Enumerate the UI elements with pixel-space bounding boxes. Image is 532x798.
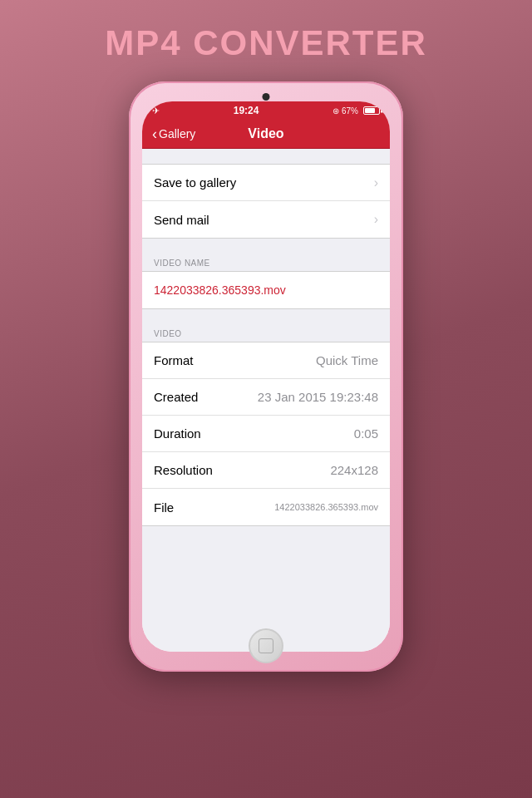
video-section-header: VIDEO — [142, 324, 390, 342]
status-time: 19:24 — [160, 105, 332, 116]
actions-section: Save to gallery › Send mail › — [142, 164, 390, 239]
nav-bar: ‹ Gallery Video — [142, 120, 390, 149]
created-label: Created — [154, 390, 198, 404]
duration-row: Duration 0:05 — [142, 416, 390, 452]
created-value: 23 Jan 2015 19:23:48 — [258, 390, 378, 404]
file-value: 1422033826.365393.mov — [274, 502, 378, 512]
status-bar: ✈ 19:24 ⊛ 67% — [142, 101, 390, 120]
format-row: Format Quick Time — [142, 342, 390, 379]
save-to-gallery-item[interactable]: Save to gallery › — [142, 165, 390, 201]
app-title-bar: MP4 CONVERTER — [105, 23, 427, 63]
back-chevron-icon: ‹ — [152, 126, 157, 141]
signal-status: ⊛ 67% — [332, 106, 358, 116]
save-to-gallery-label: Save to gallery — [154, 175, 236, 190]
duration-label: Duration — [154, 426, 201, 441]
phone-screen: ✈ 19:24 ⊛ 67% ‹ Gallery Video Save to g — [142, 101, 390, 652]
video-info-section: Format Quick Time Created 23 Jan 2015 19… — [142, 342, 390, 526]
file-label: File — [154, 500, 174, 515]
airplane-icon: ✈ — [152, 106, 160, 116]
battery-icon — [363, 106, 380, 115]
duration-value: 0:05 — [354, 426, 378, 441]
format-value: Quick Time — [316, 353, 378, 367]
mail-chevron-icon: › — [374, 212, 378, 227]
video-name-section-header: VIDEO NAME — [142, 254, 390, 271]
file-row: File 1422033826.365393.mov — [142, 489, 390, 525]
video-name-item: 1422033826.365393.mov — [142, 272, 390, 308]
resolution-row: Resolution 224x128 — [142, 452, 390, 489]
content-area: Save to gallery › Send mail › VIDEO NAME — [142, 149, 390, 652]
nav-title: Video — [210, 126, 322, 141]
video-name-value: 1422033826.365393.mov — [154, 283, 286, 297]
format-label: Format — [154, 353, 194, 367]
resolution-value: 224x128 — [330, 463, 378, 477]
send-mail-label: Send mail — [154, 213, 209, 227]
home-button[interactable] — [249, 628, 283, 663]
send-mail-item[interactable]: Send mail › — [142, 201, 390, 238]
back-button[interactable]: ‹ Gallery — [152, 126, 210, 141]
back-label: Gallery — [159, 127, 195, 140]
created-row: Created 23 Jan 2015 19:23:48 — [142, 379, 390, 416]
video-name-section: 1422033826.365393.mov — [142, 271, 390, 309]
phone-outer: ✈ 19:24 ⊛ 67% ‹ Gallery Video Save to g — [129, 81, 403, 672]
resolution-label: Resolution — [154, 463, 213, 477]
camera-dot — [263, 93, 270, 101]
save-chevron-icon: › — [374, 175, 378, 190]
